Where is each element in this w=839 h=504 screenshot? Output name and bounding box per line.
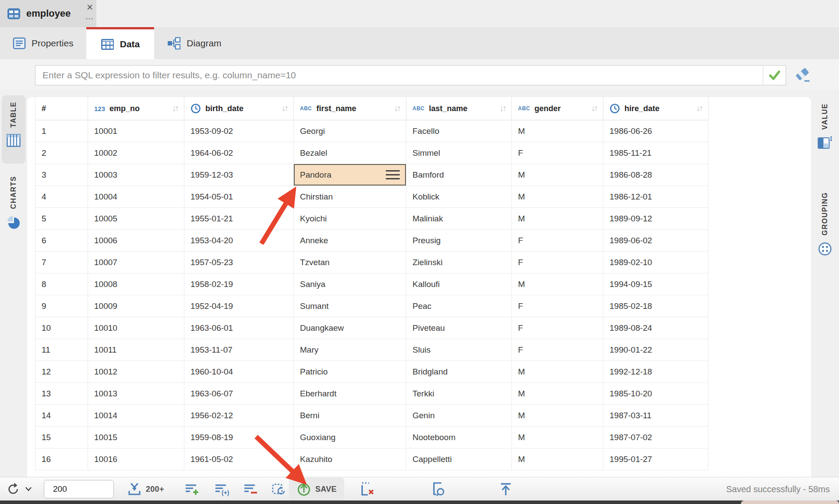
- data-cell[interactable]: F: [512, 339, 603, 361]
- data-cell[interactable]: M: [512, 273, 603, 295]
- data-cell[interactable]: 1963-06-07: [184, 383, 294, 405]
- chevron-down-icon[interactable]: [25, 486, 32, 492]
- data-cell[interactable]: Peac: [406, 295, 512, 317]
- selected-cell[interactable]: Pandora: [294, 164, 406, 186]
- column-header-birth-date[interactable]: birth_date ↓↑: [184, 97, 294, 120]
- data-cell[interactable]: M: [512, 448, 603, 470]
- apply-filter-button[interactable]: [763, 66, 786, 85]
- column-header-hire-date[interactable]: hire_date ↓↑: [603, 97, 709, 120]
- column-header-emp-no[interactable]: 123 emp_no ↓↑: [88, 97, 184, 120]
- data-cell[interactable]: F: [512, 142, 603, 164]
- data-cell[interactable]: M: [512, 120, 603, 142]
- data-cell[interactable]: 1957-05-23: [184, 252, 294, 273]
- row-number-cell[interactable]: 10: [35, 317, 88, 339]
- data-cell[interactable]: M: [512, 383, 603, 405]
- data-cell[interactable]: Koblick: [406, 186, 512, 208]
- data-cell[interactable]: 1985-02-18: [603, 295, 709, 317]
- data-cell[interactable]: 10006: [88, 230, 184, 252]
- duplicate-row-button[interactable]: (+): [214, 477, 230, 501]
- data-cell[interactable]: Bridgland: [406, 361, 512, 383]
- refresh-button[interactable]: [6, 477, 32, 501]
- data-cell[interactable]: Facello: [406, 120, 512, 142]
- data-cell[interactable]: 1989-09-12: [603, 208, 709, 230]
- row-number-cell[interactable]: 16: [35, 448, 88, 470]
- save-button[interactable]: SAVE: [289, 477, 344, 501]
- data-cell[interactable]: 10002: [88, 142, 184, 164]
- data-cell[interactable]: 10016: [88, 448, 184, 470]
- data-cell[interactable]: 1985-11-21: [603, 142, 709, 164]
- data-cell[interactable]: Simmel: [406, 142, 512, 164]
- data-cell[interactable]: 1955-01-21: [184, 208, 294, 230]
- script-button[interactable]: [430, 477, 447, 501]
- auto-refresh-button[interactable]: [271, 477, 286, 501]
- row-number-cell[interactable]: 2: [35, 142, 88, 164]
- data-cell[interactable]: 10007: [88, 252, 184, 273]
- row-number-cell[interactable]: 11: [35, 339, 88, 361]
- data-cell[interactable]: 1964-06-02: [184, 142, 294, 164]
- data-cell[interactable]: Sumant: [294, 295, 406, 317]
- tab-properties[interactable]: Properties: [0, 27, 86, 59]
- data-cell[interactable]: 10009: [88, 295, 184, 317]
- sidebar-tab-value[interactable]: VALUE: [813, 97, 837, 163]
- column-header-rownum[interactable]: #: [35, 97, 88, 120]
- data-cell[interactable]: 10014: [88, 405, 184, 427]
- data-cell[interactable]: F: [512, 295, 603, 317]
- data-cell[interactable]: Georgi: [294, 120, 406, 142]
- sort-icon[interactable]: ↓↑: [591, 104, 597, 113]
- data-cell[interactable]: Piveteau: [406, 317, 512, 339]
- export-button[interactable]: [498, 477, 513, 501]
- sidebar-tab-grouping[interactable]: GROUPING: [813, 186, 837, 269]
- data-cell[interactable]: Zielinski: [406, 252, 512, 273]
- data-cell[interactable]: Nooteboom: [406, 427, 512, 448]
- tab-data[interactable]: Data: [86, 27, 155, 59]
- data-cell[interactable]: Mary: [294, 339, 406, 361]
- data-cell[interactable]: Bamford: [406, 164, 512, 186]
- data-cell[interactable]: 1986-06-26: [603, 120, 709, 142]
- sidebar-tab-charts[interactable]: CHARTS: [2, 170, 25, 248]
- delete-row-button[interactable]: [243, 477, 258, 501]
- data-cell[interactable]: 1985-10-20: [603, 383, 709, 405]
- data-cell[interactable]: Maliniak: [406, 208, 512, 230]
- data-cell[interactable]: 1987-03-11: [603, 405, 709, 427]
- row-number-cell[interactable]: 13: [35, 383, 88, 405]
- sort-icon[interactable]: ↓↑: [394, 104, 400, 113]
- column-header-gender[interactable]: ABC gender ↓↑: [512, 97, 603, 120]
- data-cell[interactable]: 10011: [88, 339, 184, 361]
- sort-icon[interactable]: ↓↑: [500, 104, 505, 113]
- data-cell[interactable]: M: [512, 405, 603, 427]
- data-cell[interactable]: 10004: [88, 186, 184, 208]
- data-cell[interactable]: 10010: [88, 317, 184, 339]
- row-number-cell[interactable]: 6: [35, 230, 88, 252]
- tab-overflow-icon[interactable]: ···: [83, 13, 96, 24]
- data-cell[interactable]: Preusig: [406, 230, 512, 252]
- data-cell[interactable]: 10013: [88, 383, 184, 405]
- data-cell[interactable]: 1959-12-03: [184, 164, 294, 186]
- data-cell[interactable]: Anneke: [294, 230, 406, 252]
- row-number-cell[interactable]: 12: [35, 361, 88, 383]
- data-cell[interactable]: 1953-09-02: [184, 120, 294, 142]
- row-number-cell[interactable]: 14: [35, 405, 88, 427]
- data-cell[interactable]: M: [512, 164, 603, 186]
- data-cell[interactable]: M: [512, 208, 603, 230]
- data-cell[interactable]: M: [512, 361, 603, 383]
- data-cell[interactable]: 1960-10-04: [184, 361, 294, 383]
- row-number-cell[interactable]: 1: [35, 120, 88, 142]
- data-cell[interactable]: 1963-06-01: [184, 317, 294, 339]
- fetch-more-button[interactable]: 200+: [127, 477, 164, 501]
- data-cell[interactable]: 1989-06-02: [603, 230, 709, 252]
- data-cell[interactable]: 1959-08-19: [184, 427, 294, 448]
- row-number-cell[interactable]: 8: [35, 273, 88, 295]
- entity-tab-employee[interactable]: employee: [0, 0, 96, 27]
- data-cell[interactable]: Sluis: [406, 339, 512, 361]
- column-header-last-name[interactable]: ABC last_name ↓↑: [406, 97, 512, 120]
- data-cell[interactable]: 1992-12-18: [603, 361, 709, 383]
- data-cell[interactable]: 1961-05-02: [184, 448, 294, 470]
- data-cell[interactable]: 10008: [88, 273, 184, 295]
- data-cell[interactable]: M: [512, 427, 603, 448]
- cell-menu-icon[interactable]: [386, 170, 400, 179]
- close-icon[interactable]: ×: [84, 0, 95, 14]
- sort-icon[interactable]: ↓↑: [696, 104, 702, 113]
- data-cell[interactable]: 1953-04-20: [184, 230, 294, 252]
- data-cell[interactable]: Kalloufi: [406, 273, 512, 295]
- data-cell[interactable]: 1995-01-27: [603, 448, 709, 470]
